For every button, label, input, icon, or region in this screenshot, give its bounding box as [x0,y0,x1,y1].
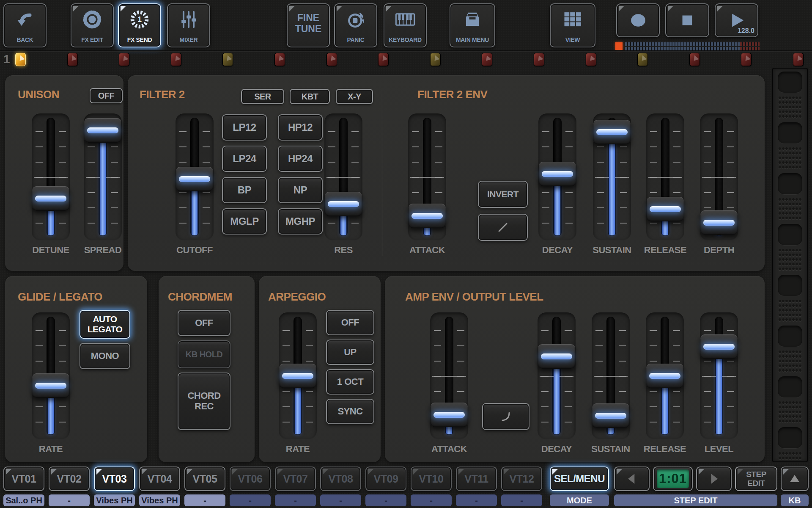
pattern-next-button[interactable] [696,467,732,491]
fader-handle[interactable] [700,334,738,359]
play-button[interactable]: 128.0 [715,3,758,37]
fader-well[interactable] [32,113,70,240]
track-led-12[interactable] [586,53,596,66]
fader-well[interactable] [646,113,684,240]
track-button-vt04[interactable]: VT04 [139,467,180,491]
track-led-11[interactable] [534,53,544,66]
fader-handle[interactable] [431,403,468,427]
panic-button[interactable]: PANIC [334,3,377,47]
filter-type-lp24-button[interactable]: LP24 [222,146,267,172]
filter2-xy-button[interactable]: X-Y [336,89,373,104]
track-led-9[interactable] [430,53,441,66]
pattern-prev-button[interactable] [614,467,650,491]
track-patch-label-vt09[interactable]: - [365,494,406,506]
fader-handle[interactable] [592,403,629,428]
track-led-2[interactable] [67,53,78,66]
track-patch-label-vt04[interactable]: Vibes PH [139,494,180,506]
back-button[interactable]: BACK [3,3,47,47]
filter-env-depth-fader[interactable]: DEPTH [700,113,738,256]
filter-env-invert-button[interactable]: INVERT [478,181,528,208]
mono-button[interactable]: MONO [80,343,130,369]
sel-menu-button[interactable]: SEL/MENU [550,467,609,491]
track-button-vt12[interactable]: VT12 [501,467,542,491]
track-button-vt08[interactable]: VT08 [320,467,361,491]
track-button-vt02[interactable]: VT02 [49,467,90,491]
fader-handle[interactable] [325,192,362,216]
fader-handle[interactable] [647,197,684,221]
track-patch-label-vt11[interactable]: - [456,494,497,506]
fader-handle[interactable] [593,120,631,144]
track-button-vt07[interactable]: VT07 [275,467,316,491]
track-led-3[interactable] [119,53,129,66]
fader-well[interactable] [430,312,468,439]
track-led-14[interactable] [689,53,700,66]
filter-env-decay-fader[interactable]: DECAY [538,113,576,256]
arpeggio-rate-fader[interactable]: RATE [279,312,317,455]
cutoff-fader[interactable]: CUTOFF [176,113,214,256]
fader-well[interactable] [700,113,738,240]
track-patch-label-vt08[interactable]: - [320,494,361,506]
track-button-vt01[interactable]: VT01 [3,467,44,491]
track-patch-label-vt02[interactable]: - [49,494,90,506]
main-menu-button[interactable]: MAIN MENU [450,3,495,47]
fader-well[interactable] [408,113,446,240]
track-led-10[interactable] [482,53,492,66]
track-led-8[interactable] [378,53,389,66]
stop-button[interactable] [665,3,709,37]
track-patch-label-vt06[interactable]: - [230,494,271,506]
arpeggio-up-button[interactable]: UP [326,340,374,365]
filter-type-hp12-button[interactable]: HP12 [278,114,323,141]
view-button[interactable]: VIEW [550,3,595,47]
resonance-fader[interactable]: RES [324,113,362,256]
chordmem-off-button[interactable]: OFF [178,310,230,336]
fader-handle[interactable] [646,364,683,388]
fader-well[interactable] [538,312,576,439]
chord-rec-button[interactable]: CHORD REC [178,373,230,430]
track-button-vt05[interactable]: VT05 [184,467,225,491]
track-button-vt10[interactable]: VT10 [411,467,452,491]
filter-type-lp12-button[interactable]: LP12 [222,114,267,141]
glide-rate-fader[interactable]: RATE [32,312,70,455]
fader-handle[interactable] [32,186,69,211]
fader-handle[interactable] [539,162,576,186]
step-edit-button[interactable]: STEP EDIT [735,467,777,491]
filter-type-bp-button[interactable]: BP [222,177,267,203]
record-button[interactable] [616,3,660,37]
track-patch-label-vt10[interactable]: - [411,494,452,506]
amp-decay-fader[interactable]: DECAY [538,312,576,455]
arpeggio-off-button[interactable]: OFF [326,310,374,335]
arpeggio-1oct-button[interactable]: 1 OCT [326,369,374,395]
track-button-vt09[interactable]: VT09 [365,467,406,491]
fader-well[interactable] [84,113,122,240]
track-led-5[interactable] [222,53,233,66]
fader-handle[interactable] [279,364,316,388]
filter-env-release-fader[interactable]: RELEASE [646,113,684,256]
filter2-ser-button[interactable]: SER [241,89,284,104]
auto-legato-button[interactable]: AUTO LEGATO [80,310,130,339]
fader-well[interactable] [646,312,684,439]
amp-sustain-fader[interactable]: SUSTAIN [592,312,630,455]
track-button-vt03[interactable]: VT03 [94,467,135,491]
track-patch-label-vt12[interactable]: - [501,494,542,506]
fader-handle[interactable] [32,373,69,398]
fader-handle[interactable] [84,118,121,143]
track-patch-label-vt05[interactable]: - [184,494,225,506]
track-led-7[interactable] [326,53,337,66]
fx-send-button[interactable]: 1 FX SEND [118,3,161,47]
keyboard-button[interactable]: KEYBOARD [384,3,427,47]
fader-handle[interactable] [700,210,738,235]
output-level-fader[interactable]: LEVEL [700,312,738,455]
fine-tune-button[interactable]: FINE TUNE [287,3,330,47]
fader-well[interactable] [700,312,738,439]
unison-off-button[interactable]: OFF [90,88,123,103]
chordmem-kb-hold-button[interactable]: KB HOLD [178,340,230,368]
right-scrollbar[interactable] [772,68,808,462]
track-led-6[interactable] [274,53,285,66]
fader-well[interactable] [538,113,576,240]
filter-type-np-button[interactable]: NP [278,177,323,203]
filter-type-hp24-button[interactable]: HP24 [278,146,323,172]
track-patch-label-vt03[interactable]: Vibes PH [94,494,135,506]
fader-well[interactable] [593,113,631,240]
fader-well[interactable] [176,113,214,240]
amp-attack-fader[interactable]: ATTACK [430,312,468,455]
